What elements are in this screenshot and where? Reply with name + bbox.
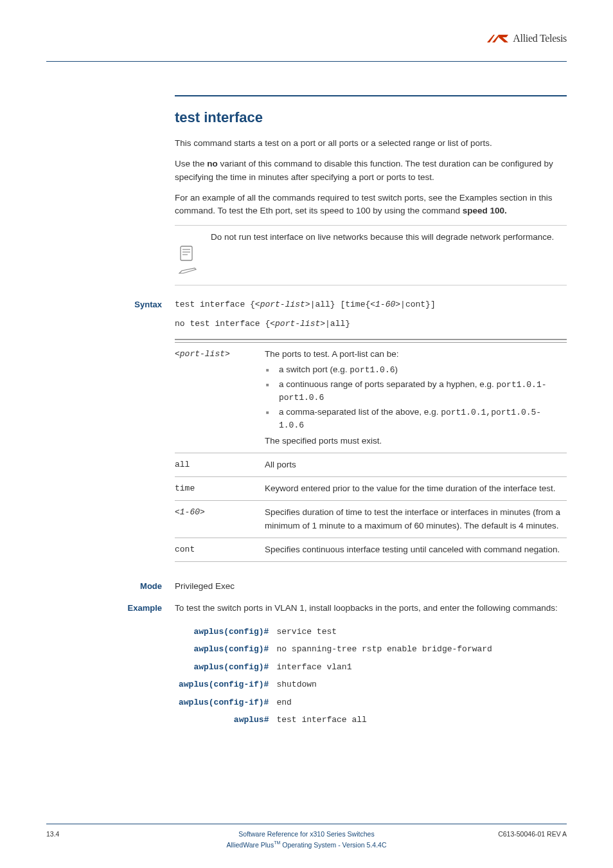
page-footer: 13.4 Software Reference for x310 Series … (46, 824, 567, 850)
intro-paragraph-1: This command starts a test on a port or … (175, 137, 567, 150)
command-prompt: awplus(config)# (175, 640, 272, 658)
table-row: cont Specifies continuous interface test… (175, 538, 567, 561)
page-header: Allied Telesis (46, 31, 567, 62)
svg-marker-2 (499, 35, 508, 42)
syntax-label: Syntax (46, 298, 168, 311)
logo-mark-icon (487, 33, 509, 44)
command-prompt: awplus(config)# (175, 658, 272, 676)
command-prompt: awplus(config-if)# (175, 694, 272, 712)
pencil-icon (178, 266, 197, 275)
table-row: time Keyword entered prior to the value … (175, 477, 567, 501)
svg-rect-3 (181, 246, 192, 260)
command-prompt: awplus(config-if)# (175, 676, 272, 694)
footer-line-2: AlliedWare PlusTM Operating System - Ver… (130, 840, 483, 850)
command-row: awplus(config)#service test (175, 623, 496, 641)
speed-keyword: speed 100. (463, 206, 507, 215)
svg-rect-5 (182, 251, 190, 253)
command-row: awplus(config-if)#end (175, 694, 496, 712)
command-row: awplus(config)#interface vlan1 (175, 658, 496, 676)
table-row: <port-list> The ports to test. A port-li… (175, 342, 567, 453)
intro-paragraph-3: For an example of all the commands requi… (175, 192, 567, 218)
mode-value: Privileged Exec (175, 580, 567, 593)
footer-line-1: Software Reference for x310 Series Switc… (130, 829, 483, 840)
list-item: a continuous range of ports separated by… (276, 378, 562, 404)
syntax-line-2: no test interface {<port-list>|all} (175, 318, 567, 330)
note-text: Do not run test interface on live networ… (211, 231, 554, 244)
table-row: all All ports (175, 453, 567, 476)
text-fragment: Use the (175, 159, 207, 168)
command-text: interface vlan1 (272, 658, 495, 676)
page-title: test interface (175, 107, 567, 128)
svg-marker-7 (179, 268, 196, 273)
intro-paragraph-2: Use the no variant of this command to di… (175, 158, 567, 184)
command-text: end (272, 694, 495, 712)
footer-doc-id: C613-50046-01 REV A (483, 829, 567, 840)
table-row: <1-60> Specifies duration of time to tes… (175, 501, 567, 538)
command-row: awplus(config)#no spanning-tree rstp ena… (175, 640, 496, 658)
parameter-table: <port-list> The ports to test. A port-li… (175, 339, 567, 562)
command-text: service test (272, 623, 495, 641)
command-text: no spanning-tree rstp enable bridge-forw… (272, 640, 495, 658)
no-keyword: no (207, 159, 218, 168)
syntax-line-1: test interface {<port-list>|all} [time{<… (175, 298, 567, 311)
example-intro: To test the switch ports in VLAN 1, inst… (175, 602, 567, 615)
command-text: test interface all (272, 711, 495, 729)
list-item: a comma-separated list of the above, e.g… (276, 406, 562, 432)
text-fragment: variant of this command to disable this … (175, 159, 553, 181)
brand-name: Allied Telesis (513, 31, 567, 46)
command-prompt: awplus# (175, 711, 272, 729)
footer-page-number: 13.4 (46, 829, 130, 840)
brand-logo: Allied Telesis (487, 31, 567, 46)
note-callout: Do not run test interface on live networ… (175, 225, 567, 285)
note-icon (179, 245, 197, 263)
example-commands: awplus(config)#service testawplus(config… (175, 623, 496, 729)
svg-rect-6 (182, 254, 188, 255)
command-row: awplus(config-if)#shutdown (175, 676, 496, 694)
list-item: a switch port (e.g. port1.0.6) (276, 363, 562, 377)
example-label: Example (46, 602, 168, 615)
command-text: shutdown (272, 676, 495, 694)
svg-rect-4 (182, 249, 190, 250)
mode-label: Mode (46, 580, 168, 593)
command-row: awplus#test interface all (175, 711, 496, 729)
command-prompt: awplus(config)# (175, 623, 272, 641)
